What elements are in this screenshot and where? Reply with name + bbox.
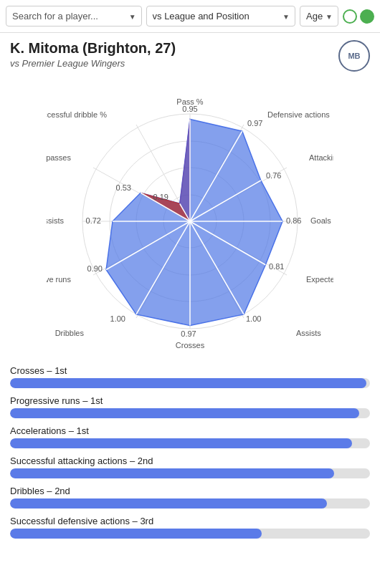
stat-bar-bg	[10, 498, 370, 509]
svg-text:Expected assists: Expected assists	[47, 216, 64, 225]
stat-label: Accelerations – 1st	[10, 425, 370, 436]
svg-text:1.00: 1.00	[110, 314, 125, 323]
svg-text:0.97: 0.97	[247, 119, 262, 127]
svg-text:0.19: 0.19	[153, 193, 168, 201]
vs-select[interactable]: vs League and Position	[146, 6, 295, 26]
svg-text:Successful dribble %: Successful dribble %	[47, 110, 107, 119]
svg-text:Attacking actions: Attacking actions	[309, 153, 333, 162]
svg-text:Pass %: Pass %	[176, 97, 204, 106]
stat-label: Crosses – 1st	[10, 365, 370, 376]
stat-item: Successful attacking actions – 2nd	[10, 456, 370, 478]
stat-item: Crosses – 1st	[10, 365, 370, 388]
svg-text:0.90: 0.90	[87, 264, 103, 273]
stat-bar-fill	[10, 529, 262, 539]
player-search-select[interactable]: Search for a player...	[6, 6, 142, 26]
stat-bar-bg	[10, 378, 370, 388]
stat-item: Dribbles – 2nd	[10, 486, 370, 509]
player-subtitle: vs Premier League Wingers	[10, 58, 176, 69]
svg-text:0.86: 0.86	[286, 216, 301, 225]
stat-item: Progressive runs – 1st	[10, 395, 370, 418]
svg-text:0.72: 0.72	[86, 216, 101, 225]
svg-text:Key passes: Key passes	[47, 153, 71, 162]
header: Search for a player... ▼ vs League and P…	[0, 0, 380, 33]
age-select-container: Age ▼	[300, 6, 338, 26]
stat-bar-bg	[10, 468, 370, 478]
toggle-off-button[interactable]	[343, 9, 357, 24]
stat-bar-fill	[10, 468, 334, 478]
svg-text:Expected goals: Expected goals	[306, 275, 333, 284]
stat-label: Dribbles – 2nd	[10, 486, 370, 496]
svg-text:Goals: Goals	[310, 216, 331, 225]
stat-bar-fill	[10, 408, 359, 418]
svg-text:Defensive actions: Defensive actions	[267, 110, 330, 119]
stat-bar-fill	[10, 378, 366, 388]
radar-chart-area: 0.95 0.97 0.76 0.86 0.81 1.00 0.97 1.00 …	[0, 74, 380, 354]
stat-bar-fill	[10, 498, 327, 509]
svg-marker-16	[106, 120, 282, 326]
stat-label: Successful attacking actions – 2nd	[10, 456, 370, 466]
player-info: K. Mitoma (Brighton, 27) vs Premier Leag…	[0, 33, 380, 74]
svg-text:Dribbles: Dribbles	[55, 329, 85, 337]
search-container: Search for a player... ▼	[6, 6, 142, 26]
stat-bar-bg	[10, 408, 370, 418]
player-name: K. Mitoma (Brighton, 27)	[10, 40, 176, 57]
stat-item: Successful defensive actions – 3rd	[10, 516, 370, 539]
player-details: K. Mitoma (Brighton, 27) vs Premier Leag…	[10, 40, 176, 69]
stat-bar-bg	[10, 438, 370, 448]
stat-item: Accelerations – 1st	[10, 425, 370, 448]
svg-text:Crosses: Crosses	[176, 341, 205, 350]
svg-text:0.81: 0.81	[269, 262, 284, 271]
svg-text:0.76: 0.76	[266, 171, 281, 180]
stat-label: Successful defensive actions – 3rd	[10, 516, 370, 526]
toggle-group	[343, 9, 374, 24]
stat-bar-fill	[10, 438, 352, 448]
player-badge: MB	[338, 40, 370, 72]
radar-chart: 0.95 0.97 0.76 0.86 0.81 1.00 0.97 1.00 …	[47, 82, 333, 354]
svg-text:0.97: 0.97	[181, 329, 196, 338]
svg-text:1.00: 1.00	[246, 314, 261, 323]
svg-text:Progressive runs: Progressive runs	[47, 275, 71, 284]
age-select[interactable]: Age	[300, 6, 338, 26]
stat-label: Progressive runs – 1st	[10, 395, 370, 406]
toggle-on-button[interactable]	[360, 9, 374, 24]
svg-text:0.53: 0.53	[116, 183, 131, 192]
stats-section: Crosses – 1stProgressive runs – 1stAccel…	[0, 354, 380, 553]
svg-text:Assists: Assists	[296, 329, 321, 337]
stat-bar-bg	[10, 529, 370, 539]
vs-select-container: vs League and Position ▼	[146, 6, 295, 26]
